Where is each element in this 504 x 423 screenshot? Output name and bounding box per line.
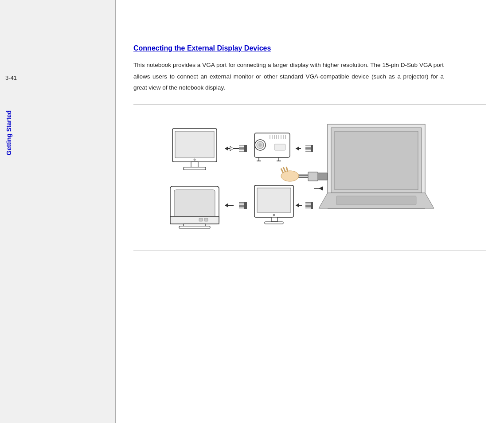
- section-body: This notebook provides a VGA port for co…: [133, 59, 444, 94]
- svg-rect-14: [244, 145, 247, 152]
- crt-monitor-bottom: [170, 186, 219, 228]
- svg-marker-8: [230, 146, 234, 151]
- svg-rect-45: [318, 173, 328, 180]
- svg-point-74: [273, 214, 275, 216]
- lcd-monitor-bottom: [254, 185, 293, 224]
- svg-rect-58: [199, 218, 203, 221]
- laptop-image: [281, 124, 434, 208]
- flat-monitor-top: [172, 129, 217, 170]
- illustration-area: [133, 115, 486, 239]
- svg-rect-1: [175, 131, 214, 158]
- sidebar: 3-41 Getting Started: [0, 0, 115, 423]
- svg-rect-73: [265, 222, 283, 224]
- arrow-1: [225, 145, 247, 152]
- svg-rect-46: [308, 172, 318, 181]
- svg-marker-6: [225, 146, 228, 151]
- svg-rect-39: [311, 145, 313, 152]
- svg-rect-2: [191, 162, 198, 167]
- svg-marker-33: [296, 146, 299, 151]
- illustration-svg: [159, 120, 461, 235]
- bottom-separator: [133, 250, 486, 251]
- svg-line-51: [283, 167, 285, 172]
- svg-rect-3: [184, 167, 206, 170]
- svg-point-4: [194, 159, 195, 161]
- arrow-2: [296, 145, 313, 152]
- sidebar-label: Getting Started: [5, 110, 12, 155]
- top-separator: [133, 104, 486, 105]
- svg-rect-56: [174, 190, 215, 219]
- svg-line-50: [281, 168, 283, 173]
- svg-marker-76: [296, 203, 299, 208]
- svg-rect-82: [311, 202, 313, 209]
- svg-rect-27: [274, 144, 285, 150]
- svg-rect-44: [336, 196, 416, 205]
- svg-rect-69: [244, 202, 247, 209]
- svg-rect-71: [257, 188, 291, 212]
- main-content: Connecting the External Display Devices …: [116, 0, 504, 423]
- svg-rect-72: [271, 217, 277, 222]
- projector-top: [254, 133, 290, 161]
- arrow-3: [225, 202, 247, 209]
- sidebar-label-container: Getting Started: [0, 89, 18, 177]
- svg-marker-63: [225, 203, 228, 208]
- section-title: Connecting the External Display Devices: [133, 44, 486, 52]
- svg-point-49: [281, 171, 299, 181]
- svg-marker-42: [335, 131, 418, 190]
- arrow-4: [296, 202, 313, 209]
- svg-rect-57: [170, 216, 219, 224]
- svg-point-18: [258, 143, 262, 147]
- page-number: 3-41: [5, 74, 17, 81]
- svg-rect-59: [204, 218, 208, 221]
- svg-rect-61: [179, 226, 210, 228]
